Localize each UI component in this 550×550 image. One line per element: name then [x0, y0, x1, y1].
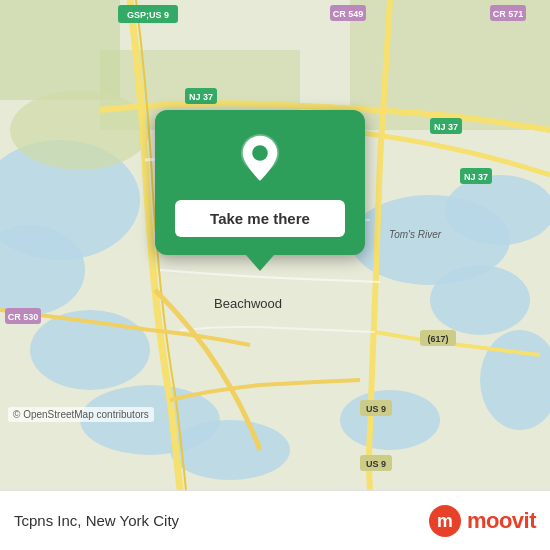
svg-text:CR 549: CR 549 [333, 9, 364, 19]
map-attribution: © OpenStreetMap contributors [8, 407, 154, 422]
svg-point-7 [445, 175, 550, 245]
map-pin-icon [234, 134, 286, 186]
svg-text:GSP;US 9: GSP;US 9 [127, 10, 169, 20]
svg-text:m: m [437, 511, 453, 531]
svg-text:(617): (617) [427, 334, 448, 344]
svg-text:US 9: US 9 [366, 404, 386, 414]
svg-point-10 [340, 390, 440, 450]
svg-text:NJ 37: NJ 37 [464, 172, 488, 182]
svg-text:Beachwood: Beachwood [214, 296, 282, 311]
moovit-logo-icon: m [429, 505, 461, 537]
map-container: GSP;US 9 NJ 37 NJ 37 NJ 37 CR 549 CR 571… [0, 0, 550, 490]
svg-text:CR 571: CR 571 [493, 9, 524, 19]
moovit-text: moovit [467, 508, 536, 534]
location-label: Tcpns Inc, New York City [14, 512, 179, 529]
svg-point-8 [430, 265, 530, 335]
svg-text:US 9: US 9 [366, 459, 386, 469]
svg-point-39 [252, 145, 268, 161]
svg-text:NJ 37: NJ 37 [189, 92, 213, 102]
svg-point-5 [170, 420, 290, 480]
svg-point-13 [10, 90, 150, 170]
bottom-bar: Tcpns Inc, New York City m moovit [0, 490, 550, 550]
take-me-there-button[interactable]: Take me there [175, 200, 345, 237]
svg-text:CR 530: CR 530 [8, 312, 39, 322]
svg-text:Tom's River: Tom's River [389, 229, 442, 240]
moovit-logo: m moovit [429, 505, 536, 537]
location-popup: Take me there [155, 110, 365, 255]
svg-text:NJ 37: NJ 37 [434, 122, 458, 132]
